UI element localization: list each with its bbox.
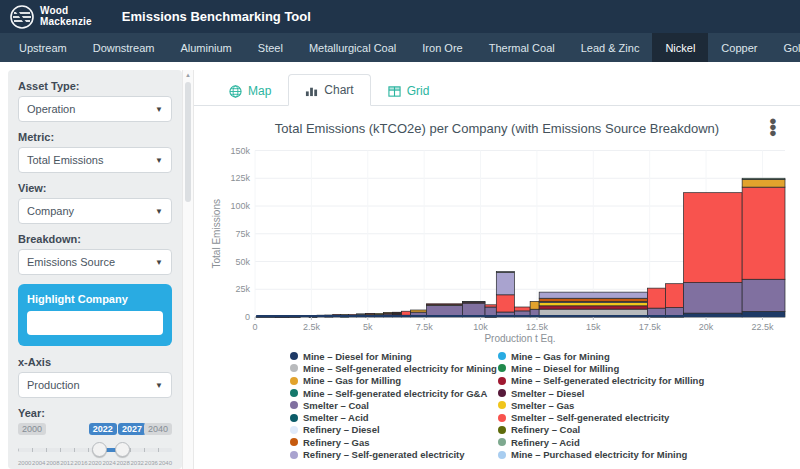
chart-legend: Mine – Diesel for MiningMine – Self-gene… xyxy=(290,350,800,461)
legend-swatch-icon xyxy=(498,426,506,434)
chart-bar-segment[interactable] xyxy=(684,283,743,314)
chart-bar-segment[interactable] xyxy=(742,179,785,187)
legend-item[interactable]: Mine – Diesel for Mining xyxy=(290,350,498,362)
highlight-company-label: Highlight Company xyxy=(27,293,163,305)
svg-text:0: 0 xyxy=(252,322,257,332)
legend-swatch-icon xyxy=(498,414,506,422)
filter-select[interactable]: Emissions Source▼ xyxy=(18,249,172,275)
tab-grid[interactable]: Grid xyxy=(371,75,447,106)
bar-chart-icon xyxy=(305,84,318,97)
chart-bar-segment[interactable] xyxy=(530,301,539,309)
svg-text:5k: 5k xyxy=(363,322,373,332)
chevron-down-icon: ▼ xyxy=(155,105,163,114)
legend-swatch-icon xyxy=(290,414,298,422)
tab-map[interactable]: Map xyxy=(212,75,288,106)
chart-bar-segment[interactable] xyxy=(462,303,485,317)
legend-item[interactable]: Refinery – Self-generated electricity xyxy=(290,448,498,460)
legend-item[interactable]: Refinery – Coal xyxy=(498,424,800,436)
legend-swatch-icon xyxy=(498,401,506,409)
chevron-down-icon: ▼ xyxy=(155,381,163,390)
nav-item-downstream[interactable]: Downstream xyxy=(80,33,168,62)
year-max-badge: 2040 xyxy=(144,423,172,435)
chart-menu-kebab-icon[interactable]: ●●● xyxy=(768,118,778,136)
wood-mackenzie-logo: Wood Mackenzie xyxy=(10,5,92,29)
chart-bar-segment[interactable] xyxy=(496,295,514,312)
chart-bar-segment[interactable] xyxy=(384,313,393,314)
legend-item[interactable]: Smelter – Self-generated electricity xyxy=(498,411,800,423)
legend-item[interactable]: Mine – Purchased electricity for Mining xyxy=(498,448,800,460)
year-tick-labels: 2000200420082012201620202024202820322036… xyxy=(18,460,172,466)
chart-bar-segment[interactable] xyxy=(684,193,743,283)
chart-bar-segment[interactable] xyxy=(742,279,785,311)
legend-item[interactable]: Mine – Gas for Mining xyxy=(498,350,800,362)
legend-item[interactable]: Smelter – Gas xyxy=(498,399,800,411)
chart-bar-segment[interactable] xyxy=(539,306,647,309)
nav-item-copper[interactable]: Copper xyxy=(708,33,770,62)
legend-swatch-icon xyxy=(498,364,506,372)
chart-bar-segment[interactable] xyxy=(665,284,683,308)
legend-swatch-icon xyxy=(498,389,506,397)
nav-item-metallurgical-coal[interactable]: Metallurgical Coal xyxy=(296,33,409,62)
legend-item[interactable]: Smelter – Coal xyxy=(290,399,498,411)
svg-text:17.5k: 17.5k xyxy=(639,322,662,332)
nav-item-gold[interactable]: Gold xyxy=(770,33,800,62)
nav-item-nickel[interactable]: Nickel xyxy=(652,33,708,62)
filter-select[interactable]: Company▼ xyxy=(18,198,172,224)
sidebar-scrollbar[interactable]: ▲ xyxy=(182,70,194,469)
nav-item-thermal-coal[interactable]: Thermal Coal xyxy=(476,33,568,62)
chart-bar-segment[interactable] xyxy=(742,178,785,179)
filter-label: Breakdown: xyxy=(18,233,172,245)
chart-bar-segment[interactable] xyxy=(393,312,402,313)
year-filter: Year: 2000 2022 2027 2040 20002004200820… xyxy=(18,407,172,466)
scrollbar-up-arrow-icon[interactable]: ▲ xyxy=(185,72,191,78)
legend-item[interactable]: Mine – Diesel for Milling xyxy=(498,362,800,374)
x-axis-select[interactable]: Production ▼ xyxy=(18,372,172,398)
legend-item[interactable]: Mine – Self-generated electricity for G&… xyxy=(290,387,498,399)
nav-item-steel[interactable]: Steel xyxy=(245,33,296,62)
chart-bar-segment[interactable] xyxy=(462,301,485,302)
chart-bar-segment[interactable] xyxy=(426,304,462,305)
legend-item[interactable]: Smelter – Diesel xyxy=(498,387,800,399)
legend-item[interactable]: Mine – Self-generated electricity for Mi… xyxy=(290,362,498,374)
tab-chart[interactable]: Chart xyxy=(288,74,370,106)
chart-bar-segment[interactable] xyxy=(742,187,785,279)
nav-item-iron-ore[interactable]: Iron Ore xyxy=(409,33,475,62)
legend-item[interactable]: Mine – Gas for Milling xyxy=(290,375,498,387)
highlight-company-input[interactable] xyxy=(27,311,163,335)
chart-bar-segment[interactable] xyxy=(647,288,665,308)
year-slider-handle-from[interactable] xyxy=(92,442,107,457)
legend-swatch-icon xyxy=(290,451,298,459)
chart-bar-segment[interactable] xyxy=(539,298,647,301)
legend-swatch-icon xyxy=(290,438,298,446)
legend-item[interactable]: Refinery – Acid xyxy=(498,436,800,448)
chart-bar-segment[interactable] xyxy=(514,307,530,311)
year-slider-handle-to[interactable] xyxy=(115,442,130,457)
nav-item-upstream[interactable]: Upstream xyxy=(6,33,80,62)
legend-item[interactable]: Refinery – Diesel xyxy=(290,424,498,436)
chart-bar-segment[interactable] xyxy=(496,273,514,295)
nav-item-aluminium[interactable]: Aluminium xyxy=(167,33,244,62)
map-globe-icon xyxy=(229,85,242,98)
chart-bar-segment[interactable] xyxy=(411,310,427,312)
chart-bar-segment[interactable] xyxy=(375,314,384,315)
chart-bar-segment[interactable] xyxy=(402,311,411,315)
chart-bar-segment[interactable] xyxy=(539,292,647,298)
nav-item-lead-zinc[interactable]: Lead & Zinc xyxy=(568,33,653,62)
chart-bar-segment[interactable] xyxy=(539,302,647,305)
emissions-cost-curve-chart[interactable]: 025k50k75k100k125k150k02.5k5k7.5k10k12.5… xyxy=(208,139,794,344)
legend-item[interactable]: Smelter – Acid xyxy=(290,411,498,423)
svg-text:100k: 100k xyxy=(230,201,250,211)
chart-bar-segment[interactable] xyxy=(496,271,514,272)
year-slider[interactable] xyxy=(18,442,172,458)
filter-select[interactable]: Operation▼ xyxy=(18,96,172,122)
scrollbar-thumb[interactable] xyxy=(185,82,191,202)
chart-bar-segment[interactable] xyxy=(485,305,496,307)
chart-bar-segment[interactable] xyxy=(356,314,365,315)
legend-item[interactable]: Refinery – Gas xyxy=(290,436,498,448)
chart-bar-segment[interactable] xyxy=(366,313,375,314)
legend-item[interactable]: Mine – Self-generated electricity for Mi… xyxy=(498,375,800,387)
filter-select[interactable]: Total Emissions▼ xyxy=(18,147,172,173)
page-title: Emissions Benchmarking Tool xyxy=(122,9,311,24)
svg-text:50k: 50k xyxy=(235,257,250,267)
filter-metric-: Metric:Total Emissions▼ xyxy=(18,131,172,173)
